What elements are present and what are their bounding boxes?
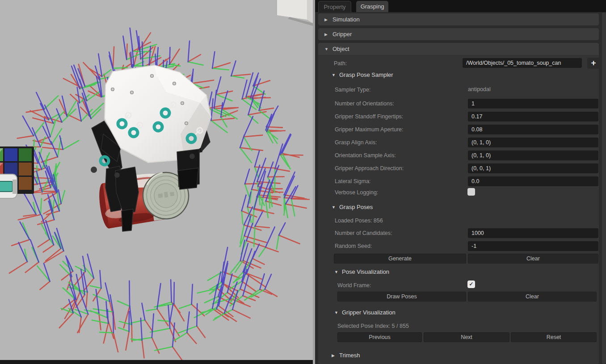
- standoff-label: Gripper Standoff Fingertips:: [335, 113, 403, 120]
- reset-pose-button[interactable]: Reset: [511, 332, 597, 342]
- section-object: ▼Object Path: + ▼Grasp Pose Sampler Samp…: [318, 43, 599, 364]
- tab-grasping[interactable]: Grasping: [356, 1, 388, 12]
- sampler-type-label: Sampler Type:: [335, 87, 370, 93]
- chevron-down-icon: ▼: [332, 73, 336, 77]
- generate-button[interactable]: Generate: [334, 254, 466, 264]
- tab-bar: Property Grasping: [315, 0, 606, 12]
- viewport-3d[interactable]: [0, 0, 313, 364]
- subsection-trimesh[interactable]: ▶Trimesh: [332, 352, 360, 359]
- candidates-label: Number of Candidates:: [335, 230, 392, 236]
- background-wall: [277, 0, 313, 26]
- verbose-logging-checkbox[interactable]: [467, 188, 475, 196]
- loaded-poses-text: Loaded Poses: 856: [335, 218, 383, 224]
- path-input[interactable]: [463, 58, 582, 68]
- world-frame-checkbox[interactable]: ✓: [467, 280, 475, 288]
- selected-pose-index-text: Selected Pose Index: 5 / 855: [337, 323, 409, 329]
- lateral-sigma-label: Lateral Sigma:: [335, 178, 371, 184]
- tab-property[interactable]: Property: [318, 1, 351, 13]
- chevron-down-icon: ▼: [324, 43, 329, 55]
- candidates-input[interactable]: [468, 228, 598, 238]
- subsection-pose-visualization[interactable]: ▼Pose Visualization: [334, 268, 389, 275]
- align-axis-input[interactable]: [468, 138, 598, 147]
- chevron-down-icon: ▼: [332, 205, 336, 209]
- chevron-right-icon: ▶: [324, 29, 329, 41]
- clear-visualization-button[interactable]: Clear: [468, 292, 597, 301]
- align-axis-label: Grasp Align Axis:: [335, 139, 377, 146]
- grasping-panel: Property Grasping ▶Simulation ▶Gripper ▼…: [315, 0, 606, 364]
- aperture-input[interactable]: [468, 125, 598, 134]
- previous-pose-button[interactable]: Previous: [337, 332, 422, 342]
- sampler-type-value: antipodal: [468, 86, 491, 92]
- viewport-bottom-edge: [0, 360, 313, 364]
- sample-axis-label: Orientation Sample Axis:: [335, 152, 396, 159]
- verbose-logging-label: Verbose Logging:: [335, 189, 378, 196]
- gripper-model: [105, 65, 211, 163]
- path-label: Path:: [334, 60, 347, 67]
- approach-dir-input[interactable]: [468, 163, 598, 173]
- random-seed-input[interactable]: [468, 241, 598, 251]
- random-seed-label: Random Seed:: [335, 243, 372, 249]
- sample-axis-input[interactable]: [468, 151, 598, 160]
- orientations-label: Number of Orientations:: [335, 100, 394, 107]
- clear-poses-button[interactable]: Clear: [468, 254, 598, 264]
- draw-poses-button[interactable]: Draw Poses: [337, 292, 466, 301]
- lateral-sigma-input[interactable]: [468, 176, 598, 186]
- section-gripper[interactable]: ▶Gripper: [318, 28, 599, 40]
- approach-dir-label: Gripper Approach Direction:: [335, 165, 404, 172]
- add-object-button[interactable]: +: [587, 58, 600, 69]
- aperture-label: Gripper Maximum Aperture:: [335, 126, 404, 133]
- subsection-grasp-poses[interactable]: ▼Grasp Poses: [332, 204, 373, 210]
- application-window: Property Grasping ▶Simulation ▶Gripper ▼…: [0, 0, 606, 364]
- standoff-input[interactable]: [468, 112, 598, 121]
- chevron-down-icon: ▼: [334, 310, 339, 315]
- orientations-input[interactable]: [468, 99, 598, 109]
- panel-scrollbar[interactable]: [602, 13, 606, 364]
- world-frame-label: World Frame:: [337, 282, 371, 289]
- subsection-gripper-visualization[interactable]: ▼Gripper Visualization: [334, 309, 396, 316]
- chevron-down-icon: ▼: [334, 270, 339, 274]
- next-pose-button[interactable]: Next: [424, 332, 509, 342]
- bracket-object: [0, 174, 17, 198]
- chevron-right-icon: ▶: [324, 14, 329, 26]
- subsection-grasp-pose-sampler[interactable]: ▼Grasp Pose Sampler: [332, 71, 393, 78]
- section-simulation[interactable]: ▶Simulation: [318, 13, 599, 25]
- chevron-right-icon: ▶: [332, 353, 336, 358]
- section-object-header[interactable]: ▼Object: [318, 43, 599, 55]
